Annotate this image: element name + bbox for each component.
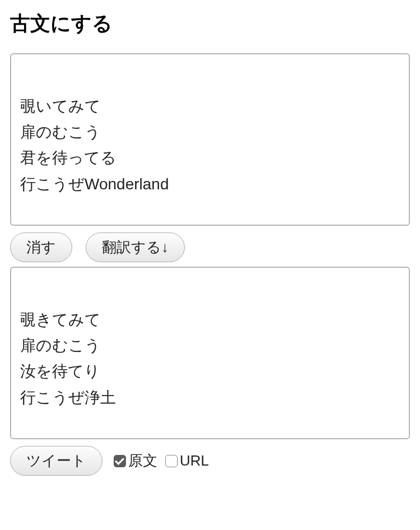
input-textarea[interactable] [10, 53, 410, 226]
tweet-button[interactable]: ツイート [10, 446, 102, 476]
translate-button[interactable]: 翻訳する↓ [86, 233, 185, 262]
original-checkbox-item[interactable]: 原文 [114, 451, 157, 471]
original-checkbox-label: 原文 [128, 451, 157, 471]
checkbox-icon [114, 455, 126, 467]
output-textarea[interactable] [10, 267, 410, 439]
page-title: 古文にする [10, 10, 410, 38]
checkbox-group: 原文 URL [114, 451, 209, 471]
share-row: ツイート 原文 URL [10, 446, 410, 476]
clear-button[interactable]: 消す [10, 233, 72, 262]
checkbox-icon [165, 455, 178, 467]
action-button-row: 消す 翻訳する↓ [10, 233, 410, 262]
url-checkbox-label: URL [180, 452, 209, 469]
url-checkbox-item[interactable]: URL [165, 452, 209, 469]
